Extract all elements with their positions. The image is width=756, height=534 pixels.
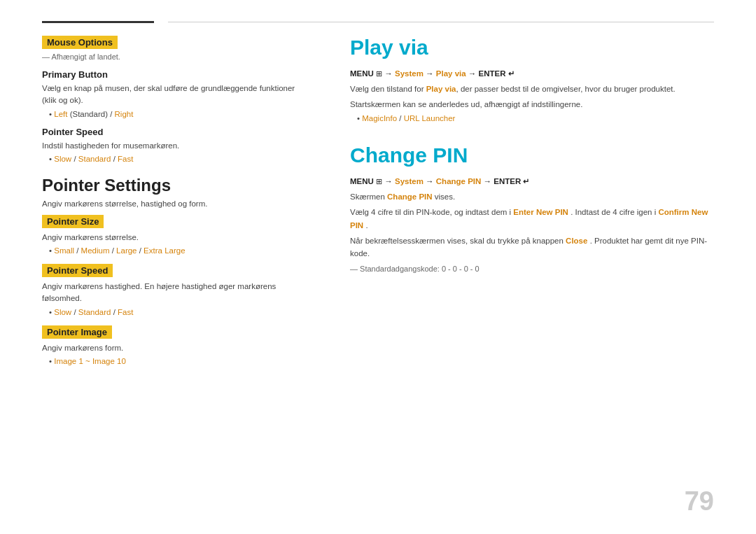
right-label: Right — [115, 110, 134, 118]
pointer-speed-sub-heading: Pointer Speed — [42, 127, 308, 137]
pointer-settings-heading: Pointer Settings — [42, 176, 308, 195]
top-line-light — [168, 22, 714, 22]
pointer-image-badge: Pointer Image — [42, 325, 112, 339]
change-pin-arrow3: → — [484, 177, 494, 185]
pointer-speed-desc2: Angiv markørens hastighed. En højere has… — [42, 281, 308, 305]
left-column: Mouse Options Afhængigt af landet. Prima… — [42, 36, 308, 367]
pointer-size-bullet: Small / Medium / Large / Extra Large — [49, 246, 308, 255]
play-via-heading: Play via — [350, 36, 714, 59]
change-pin-enter: ENTER — [493, 177, 521, 185]
change-pin-system: System — [395, 177, 424, 185]
pointer-settings-desc: Angiv markørens størrelse, hastighed og … — [42, 199, 308, 208]
change-pin-desc1-start: Skærmen — [350, 192, 385, 201]
top-lines — [0, 0, 756, 23]
change-pin-desc2-mid: . Indtast de 4 cifre igen i — [570, 208, 656, 216]
primary-button-bullet: Left (Standard) / Right — [49, 110, 308, 118]
pointer-image-bullet: Image 1 ~ Image 10 — [49, 357, 308, 365]
play-via-enter: ENTER — [479, 69, 506, 78]
pointer-size-desc: Angiv markørens størrelse. — [42, 232, 308, 244]
content-columns: Mouse Options Afhængigt af landet. Prima… — [0, 36, 756, 367]
play-via-menu-label: MENU — [350, 69, 374, 78]
change-pin-enter-icon: ↵ — [523, 177, 529, 185]
change-pin-desc2-start: Vælg 4 cifre til din PIN-kode, og indtas… — [350, 208, 511, 216]
mouse-options-note: Afhængigt af landet. — [42, 52, 308, 61]
mouse-options-badge: Mouse Options — [42, 36, 118, 49]
image-range-label: Image 1 ~ Image 10 — [54, 357, 126, 365]
standard-label-2: Standard — [78, 308, 111, 316]
slow-label-2: Slow — [54, 308, 71, 316]
change-pin-desc1: Skærmen Change PIN vises. — [350, 190, 714, 203]
url-launcher-label: URL Launcher — [404, 114, 456, 122]
fast-label-2: Fast — [118, 308, 133, 316]
change-pin-desc1-end: vises. — [435, 192, 455, 201]
large-label: Large — [116, 246, 136, 255]
change-pin-desc3: Når bekræftelsesskærmen vises, skal du t… — [350, 234, 714, 260]
play-via-menu-icon: ⊞ — [376, 69, 382, 78]
pointer-speed-desc: Indstil hastigheden for musemarkøren. — [42, 140, 308, 152]
enter-new-pin-label: Enter New PIN — [513, 208, 568, 216]
standard-label-1: Standard — [78, 155, 111, 163]
play-via-desc2: Startskærmen kan se anderledes ud, afhæn… — [350, 98, 714, 111]
play-via-arrow3: → — [468, 69, 479, 78]
change-pin-heading: Change PIN — [350, 143, 714, 167]
change-pin-arrow1: → — [384, 177, 395, 185]
change-pin-menu-label: MENU — [350, 177, 374, 185]
page-container: Mouse Options Afhængigt af landet. Prima… — [0, 0, 756, 534]
change-pin-menu-path: MENU ⊞ → System → Change PIN → ENTER ↵ — [350, 177, 714, 186]
fast-label-1: Fast — [118, 155, 133, 163]
primary-button-heading: Primary Button — [42, 69, 308, 80]
pointer-speed-badge: Pointer Speed — [42, 264, 113, 277]
change-pin-note: Standardadgangskode: 0 - 0 - 0 - 0 — [350, 265, 714, 273]
change-pin-desc2-end: . — [365, 221, 368, 230]
pointer-image-desc: Angiv markørens form. — [42, 342, 308, 354]
right-column: Play via MENU ⊞ → System → Play via → EN… — [350, 36, 714, 367]
play-via-arrow1: → — [384, 69, 395, 78]
left-label: Left — [54, 110, 67, 118]
small-label: Small — [54, 246, 74, 255]
play-via-bullet: MagicInfo / URL Launcher — [357, 114, 714, 122]
pointer-speed-bullet2: Slow / Standard / Fast — [49, 308, 308, 316]
extra-large-label: Extra Large — [144, 246, 185, 255]
play-via-arrow2: → — [426, 69, 436, 78]
play-via-inline: Play via — [426, 85, 456, 93]
pointer-speed-bullet: Slow / Standard / Fast — [49, 155, 308, 163]
play-via-enter-icon: ↵ — [508, 69, 514, 78]
slow-label-1: Slow — [54, 155, 71, 163]
pointer-size-badge: Pointer Size — [42, 215, 104, 228]
top-line-dark — [42, 21, 154, 23]
change-pin-desc3-start: Når bekræftelsesskærmen vises, skal du t… — [350, 237, 564, 245]
close-label: Close — [566, 237, 587, 245]
change-pin-arrow2: → — [426, 177, 436, 185]
change-pin-link: Change PIN — [436, 177, 482, 185]
play-via-link: Play via — [436, 69, 466, 78]
change-pin-desc2: Vælg 4 cifre til din PIN-kode, og indtas… — [350, 206, 714, 232]
change-pin-menu-icon: ⊞ — [376, 177, 382, 185]
play-via-menu-path: MENU ⊞ → System → Play via → ENTER ↵ — [350, 69, 714, 78]
primary-button-desc: Vælg en knap på musen, der skal udføre d… — [42, 83, 308, 107]
change-pin-inline: Change PIN — [387, 192, 433, 201]
standard-label: (Standard) / — [70, 110, 113, 118]
medium-label: Medium — [81, 246, 110, 255]
page-number: 79 — [685, 486, 714, 517]
magic-info-label: MagicInfo — [362, 114, 397, 122]
play-via-system: System — [395, 69, 424, 78]
play-via-desc1: Vælg den tilstand for Play via, der pass… — [350, 83, 714, 95]
